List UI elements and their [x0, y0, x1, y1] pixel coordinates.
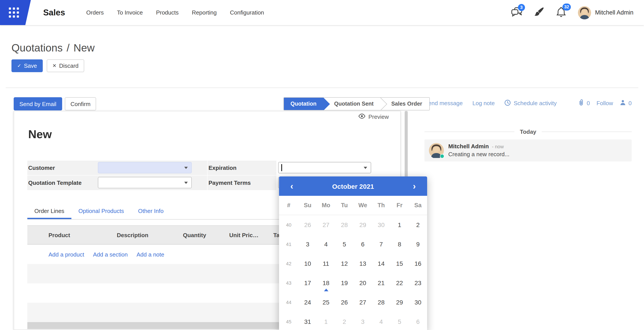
expiration-input[interactable] — [278, 162, 371, 173]
add-a-product-link[interactable]: Add a product — [48, 251, 84, 258]
weekday-header-row: # Su Mo Tu We Th Fr Sa — [279, 196, 427, 215]
app-name[interactable]: Sales — [43, 8, 65, 17]
calendar-day[interactable]: 27 — [317, 215, 335, 235]
calendar-day[interactable]: 9 — [409, 235, 427, 254]
calendar-week-row: 43 17 18 19 20 21 22 23 — [279, 273, 427, 293]
message-author[interactable]: Mitchell Admin — [448, 143, 489, 150]
calendar-week-row: 44 24 25 26 27 28 29 30 — [279, 293, 427, 312]
menu-item-configuration[interactable]: Configuration — [230, 0, 264, 25]
attachments-button[interactable]: 0 — [578, 99, 590, 107]
column-quantity[interactable]: Quantity — [183, 232, 229, 238]
calendar-day[interactable]: 8 — [390, 235, 408, 254]
discard-button[interactable]: ✕ Discard — [47, 59, 84, 72]
top-menu: Orders To Invoice Products Reporting Con… — [86, 0, 264, 25]
calendar-day[interactable]: 19 — [335, 273, 354, 293]
send-by-email-button[interactable]: Send by Email — [14, 97, 62, 110]
calendar-day[interactable]: 6 — [409, 312, 427, 330]
calendar-day[interactable]: 2 — [335, 312, 354, 330]
tab-optional-products[interactable]: Optional Products — [72, 203, 131, 219]
preview-button[interactable]: Preview — [358, 114, 389, 120]
calendar-week-row: 40 26 27 28 29 30 1 2 — [279, 215, 427, 235]
calendar-day[interactable]: 26 — [298, 215, 317, 235]
calendar-day[interactable]: 21 — [372, 273, 390, 293]
breadcrumb-quotations[interactable]: Quotations — [12, 42, 62, 54]
calendar-day[interactable]: 29 — [354, 215, 372, 235]
calendar-day[interactable]: 31 — [298, 312, 317, 330]
datepicker-month-label[interactable]: October 2021 — [297, 182, 410, 190]
calendar-day[interactable]: 4 — [372, 312, 390, 330]
calendar-day[interactable]: 27 — [354, 293, 372, 312]
stage-quotation-sent[interactable]: Quotation Sent — [324, 98, 381, 110]
calendar-day[interactable]: 28 — [372, 293, 390, 312]
tab-other-info[interactable]: Other Info — [131, 203, 171, 219]
column-description[interactable]: Description — [117, 232, 183, 238]
add-a-note-link[interactable]: Add a note — [136, 251, 164, 258]
menu-item-to-invoice[interactable]: To Invoice — [117, 0, 143, 25]
calendar-day[interactable]: 30 — [372, 215, 390, 235]
calendar-day-today[interactable]: 18 — [317, 273, 335, 293]
prev-month-button[interactable]: ‹ — [287, 176, 297, 196]
payment-terms-label: Payment Terms — [208, 175, 251, 190]
breadcrumb: Quotations/New — [12, 42, 95, 54]
stage-sales-order[interactable]: Sales Order — [381, 98, 429, 110]
calendar-day[interactable]: 1 — [390, 215, 408, 235]
menu-item-orders[interactable]: Orders — [86, 0, 104, 25]
calendar-day[interactable]: 5 — [390, 312, 408, 330]
user-menu[interactable]: Mitchell Admin — [578, 6, 634, 19]
calendar-day[interactable]: 6 — [354, 235, 372, 254]
calendar-day[interactable]: 25 — [317, 293, 335, 312]
statusbar-buttons: Send by Email Confirm — [14, 97, 96, 110]
customize-button[interactable] — [534, 6, 544, 18]
log-note-button[interactable]: Log note — [472, 100, 494, 107]
calendar-day[interactable]: 7 — [372, 235, 390, 254]
calendar-day[interactable]: 15 — [390, 254, 408, 273]
calendar-day[interactable]: 11 — [317, 254, 335, 273]
save-button[interactable]: ✓ Save — [12, 59, 43, 72]
weekday-header: We — [354, 202, 372, 209]
follow-button[interactable]: Follow — [596, 100, 613, 107]
followers-button[interactable]: 0 — [620, 99, 632, 107]
top-navbar: Sales Orders To Invoice Products Reporti… — [0, 0, 644, 25]
calendar-day[interactable]: 5 — [335, 235, 354, 254]
confirm-button[interactable]: Confirm — [65, 97, 96, 110]
calendar-day[interactable]: 1 — [317, 312, 335, 330]
calendar-day[interactable]: 24 — [298, 293, 317, 312]
calendar-day[interactable]: 10 — [298, 254, 317, 273]
divider — [6, 88, 638, 88]
menu-item-reporting[interactable]: Reporting — [192, 0, 217, 25]
calendar-day[interactable]: 29 — [390, 293, 408, 312]
calendar-day[interactable]: 3 — [354, 312, 372, 330]
calendar-day[interactable]: 30 — [409, 293, 427, 312]
stage-quotation[interactable]: Quotation — [284, 98, 324, 110]
tab-order-lines[interactable]: Order Lines — [27, 203, 72, 219]
weekday-header: Mo — [317, 202, 335, 209]
apps-menu-button[interactable] — [0, 0, 31, 25]
calendar-day[interactable]: 2 — [409, 215, 427, 235]
column-unit-price[interactable]: Unit Pric… — [229, 232, 273, 238]
calendar-day[interactable]: 4 — [317, 235, 335, 254]
calendar-day[interactable]: 3 — [298, 235, 317, 254]
messages-button[interactable]: 3 — [511, 7, 522, 18]
record-actions: ✓ Save ✕ Discard — [12, 59, 84, 72]
calendar-day[interactable]: 14 — [372, 254, 390, 273]
calendar-day[interactable]: 28 — [335, 215, 354, 235]
preview-label: Preview — [368, 114, 389, 120]
calendar-day[interactable]: 17 — [298, 273, 317, 293]
calendar-day[interactable]: 12 — [335, 254, 354, 273]
customer-input[interactable] — [98, 162, 192, 173]
calendar-day[interactable]: 26 — [335, 293, 354, 312]
send-message-button[interactable]: Send message — [424, 100, 462, 107]
schedule-activity-button[interactable]: Schedule activity — [504, 99, 557, 107]
scrollbar-thumb[interactable] — [405, 111, 408, 186]
calendar-day[interactable]: 23 — [409, 273, 427, 293]
calendar-day[interactable]: 13 — [354, 254, 372, 273]
next-month-button[interactable]: › — [410, 176, 419, 196]
add-a-section-link[interactable]: Add a section — [93, 251, 128, 258]
calendar-day[interactable]: 22 — [390, 273, 408, 293]
column-product[interactable]: Product — [48, 232, 117, 238]
calendar-day[interactable]: 16 — [409, 254, 427, 273]
activities-button[interactable]: 32 — [556, 6, 566, 19]
calendar-day[interactable]: 20 — [354, 273, 372, 293]
quotation-template-input[interactable] — [98, 177, 192, 188]
menu-item-products[interactable]: Products — [156, 0, 179, 25]
